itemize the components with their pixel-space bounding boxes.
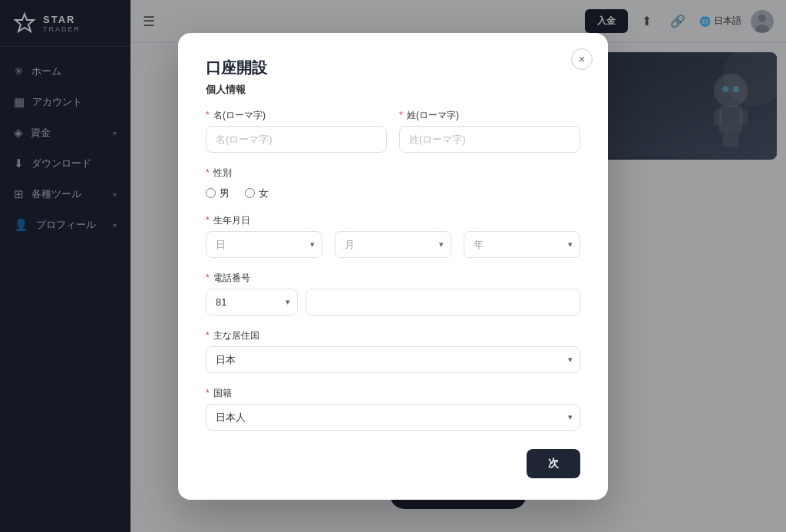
modal-footer: 次 <box>206 449 580 478</box>
required-star-7: * <box>206 388 210 398</box>
country-label: * 主な居住国 <box>206 329 580 342</box>
dob-month-wrapper: 月 ▾ <box>335 231 451 258</box>
first-name-input[interactable] <box>206 126 387 153</box>
dob-year-wrapper: 年 ▾ <box>464 231 580 258</box>
gender-male-label: 男 <box>220 187 230 200</box>
dob-day-wrapper: 日 ▾ <box>206 231 322 258</box>
modal-overlay: × 口座開設 個人情報 * 名(ローマ字) * 姓(ローマ字) <box>0 0 786 532</box>
phone-row: 81 ▾ <box>206 289 580 316</box>
phone-label: * 電話番号 <box>206 272 580 285</box>
next-button[interactable]: 次 <box>527 449 580 478</box>
personal-info-section-title: 個人情報 <box>206 83 580 97</box>
last-name-input[interactable] <box>399 126 580 153</box>
last-name-group: * 姓(ローマ字) <box>399 109 580 153</box>
last-name-label: * 姓(ローマ字) <box>399 109 580 122</box>
required-star-5: * <box>206 273 210 283</box>
gender-group: * 性別 男 女 <box>206 167 580 200</box>
dob-month-select[interactable]: 月 <box>335 231 451 258</box>
gender-male-radio[interactable] <box>206 188 216 198</box>
gender-male-option[interactable]: 男 <box>206 187 230 200</box>
dob-label: * 生年月日 <box>206 214 580 227</box>
required-star-2: * <box>399 110 403 121</box>
required-star: * <box>206 110 210 121</box>
gender-female-label: 女 <box>259 187 269 200</box>
modal-title: 口座開設 <box>206 58 580 78</box>
required-star-4: * <box>206 215 210 226</box>
phone-group: * 電話番号 81 ▾ <box>206 272 580 316</box>
required-star-3: * <box>206 167 210 178</box>
country-group: * 主な居住国 日本 ▾ <box>206 329 580 373</box>
dob-group: * 生年月日 日 ▾ 月 ▾ 年 <box>206 214 580 258</box>
phone-code-select[interactable]: 81 <box>206 289 298 316</box>
dob-day-select[interactable]: 日 <box>206 231 322 258</box>
first-name-label: * 名(ローマ字) <box>206 109 387 122</box>
dob-row: 日 ▾ 月 ▾ 年 ▾ <box>206 231 580 258</box>
country-select-wrapper: 日本 ▾ <box>206 346 580 373</box>
nationality-select[interactable]: 日本人 <box>206 404 580 431</box>
account-open-modal: × 口座開設 個人情報 * 名(ローマ字) * 姓(ローマ字) <box>178 33 608 500</box>
gender-label: * 性別 <box>206 167 580 180</box>
phone-code-wrapper: 81 ▾ <box>206 289 298 316</box>
country-select[interactable]: 日本 <box>206 346 580 373</box>
nationality-label: * 国籍 <box>206 387 580 400</box>
gender-female-option[interactable]: 女 <box>245 187 269 200</box>
name-row: * 名(ローマ字) * 姓(ローマ字) <box>206 109 580 153</box>
dob-year-select[interactable]: 年 <box>464 231 580 258</box>
gender-female-radio[interactable] <box>245 188 255 198</box>
nationality-group: * 国籍 日本人 ▾ <box>206 387 580 431</box>
phone-number-input[interactable] <box>305 289 580 316</box>
modal-close-button[interactable]: × <box>571 48 593 70</box>
required-star-6: * <box>206 330 210 341</box>
gender-options: 男 女 <box>206 187 580 200</box>
first-name-group: * 名(ローマ字) <box>206 109 387 153</box>
nationality-select-wrapper: 日本人 ▾ <box>206 404 580 431</box>
